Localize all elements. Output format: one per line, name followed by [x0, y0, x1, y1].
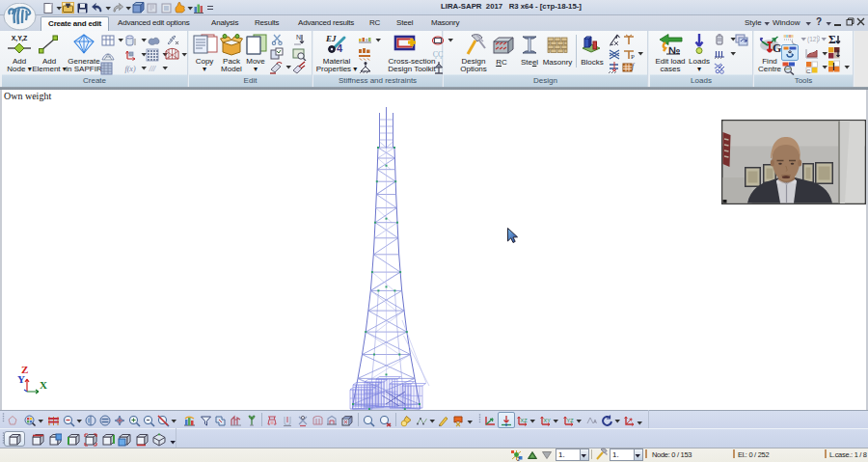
svg-text:(12): (12) — [807, 36, 819, 43]
svg-text:2: 2 — [517, 456, 520, 462]
svg-text:ÇÇ: ÇÇ — [433, 50, 444, 59]
svg-text:f(x): f(x) — [124, 65, 135, 73]
svg-text:Σ: Σ — [828, 33, 836, 46]
svg-text:XZ: XZ — [521, 418, 529, 423]
svg-text:EJ: EJ — [325, 34, 337, 43]
svg-text:N: N — [296, 34, 301, 41]
svg-text:X: X — [40, 379, 47, 391]
svg-text:P: P — [631, 53, 635, 61]
svg-text:C: C — [806, 68, 811, 74]
svg-text:G: G — [773, 41, 781, 55]
svg-text:YZ: YZ — [567, 418, 575, 423]
svg-text:4: 4 — [337, 42, 343, 53]
svg-text:X,Y,Z: X,Y,Z — [12, 35, 28, 42]
svg-text:Y: Y — [17, 373, 25, 385]
svg-text:///: /// — [149, 65, 156, 73]
svg-text:f: f — [632, 62, 636, 70]
svg-text:XY: XY — [544, 418, 552, 423]
